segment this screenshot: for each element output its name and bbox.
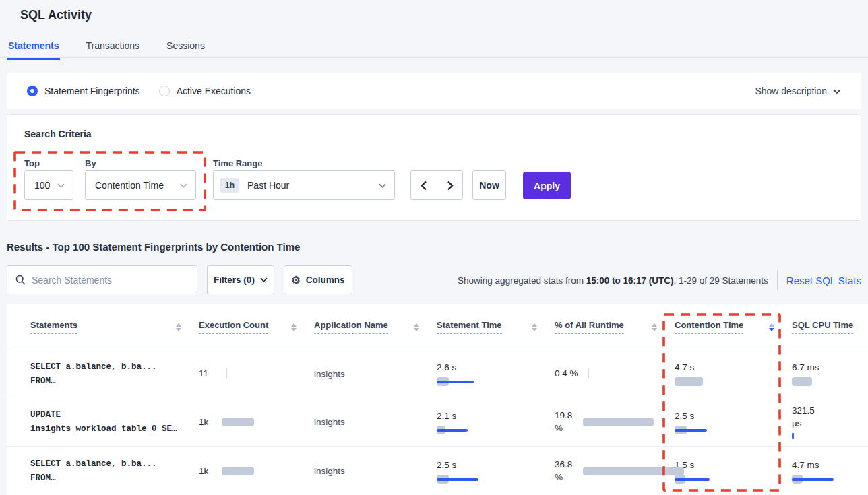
column-header-contention-time[interactable]: Contention Time xyxy=(675,320,792,334)
statement-time-cell: 2.1 s xyxy=(437,409,555,434)
execution-count-cell: 1k xyxy=(199,416,314,428)
radio-statement-fingerprints[interactable]: Statement Fingerprints xyxy=(27,86,140,96)
search-criteria-card: Search Criteria Top By Time Range 100 Co… xyxy=(7,114,861,221)
chevron-down-icon xyxy=(379,183,386,188)
sort-desc-icon xyxy=(532,328,537,331)
execution-count-value: 1k xyxy=(199,465,222,477)
filters-label: Filters (0) xyxy=(214,275,255,285)
bar-line xyxy=(675,478,710,481)
now-button[interactable]: Now xyxy=(472,170,506,200)
search-input[interactable] xyxy=(32,275,189,286)
show-description-toggle[interactable]: Show description xyxy=(755,86,841,96)
by-select[interactable]: Contention Time xyxy=(85,170,196,200)
tab-transactions[interactable]: Transactions xyxy=(84,40,141,60)
bar-chart xyxy=(583,418,654,426)
execution-count-cell: 1k xyxy=(199,465,314,477)
chevron-down-icon xyxy=(57,183,65,188)
bar-mean xyxy=(222,418,254,426)
column-header-statement-time[interactable]: Statement Time xyxy=(437,320,555,334)
chevron-down-icon xyxy=(180,183,187,188)
chevron-down-icon xyxy=(833,89,841,94)
application-name-cell: insights xyxy=(314,465,437,477)
contention-time-cell-value: 4.7 s xyxy=(675,361,694,374)
statement-cell: SELECT a.balance, b.ba... FROM… xyxy=(30,360,199,388)
top-select[interactable]: 100 xyxy=(24,170,73,200)
tiny-bar-tick-blue xyxy=(792,433,794,439)
column-header--of-all-runtime[interactable]: % of All Runtime xyxy=(555,320,675,334)
sort-desc-icon xyxy=(414,328,419,331)
time-range-select[interactable]: 1h Past Hour xyxy=(213,170,395,200)
time-range-label: Time Range xyxy=(213,158,262,168)
column-header-sql-cpu-time[interactable]: SQL CPU Time xyxy=(792,320,868,334)
runtime-cell: 0.4 % xyxy=(555,367,675,380)
statements-table: StatementsExecution CountApplication Nam… xyxy=(7,304,868,495)
sql-cpu-time-cell: 4.7 ms xyxy=(792,459,868,484)
columns-label: Columns xyxy=(306,275,345,285)
contention-time-cell: 2.5 s xyxy=(675,409,792,434)
sort-arrows-icon[interactable] xyxy=(769,323,774,331)
sort-arrows-icon[interactable] xyxy=(532,323,537,331)
bar-chart xyxy=(675,426,707,434)
bar-chart xyxy=(222,467,254,475)
time-step-group xyxy=(410,170,463,200)
results-heading: Results - Top 100 Statement Fingerprints… xyxy=(7,241,300,253)
bar-line xyxy=(675,429,707,432)
statement-time-cell-value: 2.1 s xyxy=(437,409,456,422)
column-header-label: % of All Runtime xyxy=(555,320,624,334)
columns-button[interactable]: ⚙ Columns xyxy=(284,265,352,294)
contention-time-cell: 1.5 s xyxy=(675,459,792,484)
sort-arrows-icon[interactable] xyxy=(291,323,297,331)
view-toggle-group: Statement Fingerprints Active Executions xyxy=(27,86,251,96)
column-header-execution-count[interactable]: Execution Count xyxy=(199,320,314,334)
bar-chart xyxy=(792,475,834,484)
runtime-cell: 36.8 % xyxy=(555,458,675,484)
show-description-label: Show description xyxy=(755,86,827,96)
sort-asc-icon xyxy=(532,323,537,327)
radio-active-executions[interactable]: Active Executions xyxy=(159,86,251,96)
bar-chart xyxy=(437,475,478,484)
filters-button[interactable]: Filters (0) xyxy=(207,265,274,294)
tab-statements[interactable]: Statements xyxy=(7,40,60,60)
application-name-cell: insights xyxy=(314,368,437,380)
sql-cpu-time-cell-value: 4.7 ms xyxy=(792,459,819,471)
statement-search xyxy=(7,265,197,294)
statement-fingerprint-link[interactable]: SELECT a.balance, b.ba... FROM… xyxy=(30,362,157,386)
contention-time-cell-value: 2.5 s xyxy=(675,409,694,422)
radio-selected-icon[interactable] xyxy=(27,86,38,96)
sort-arrows-icon[interactable] xyxy=(414,323,419,331)
sort-arrows-icon[interactable] xyxy=(176,323,181,331)
tab-sessions[interactable]: Sessions xyxy=(165,40,206,60)
radio-unselected-icon[interactable] xyxy=(159,86,170,96)
table-row: SELECT a.balance, b.ba... FROM…11insight… xyxy=(7,350,868,397)
by-label: By xyxy=(85,158,96,168)
chevron-down-icon xyxy=(260,277,268,282)
bar-chart xyxy=(675,377,703,386)
tiny-bar-tick xyxy=(226,368,227,378)
column-header-label: Application Name xyxy=(314,320,388,334)
column-header-application-name[interactable]: Application Name xyxy=(314,320,437,334)
column-header-label: Contention Time xyxy=(675,320,743,334)
sort-desc-icon xyxy=(291,328,297,331)
vertical-divider xyxy=(777,270,778,290)
sort-arrows-icon[interactable] xyxy=(652,323,657,331)
apply-button[interactable]: Apply xyxy=(523,172,571,199)
statement-time-cell: 2.5 s xyxy=(437,459,555,484)
tiny-bar-tick xyxy=(588,368,589,378)
top-label: Top xyxy=(24,158,40,168)
time-prev-button[interactable] xyxy=(411,171,437,199)
sort-desc-icon xyxy=(769,328,774,331)
table-header-row: StatementsExecution CountApplication Nam… xyxy=(7,304,868,350)
bar-mean xyxy=(222,467,254,475)
bar-chart xyxy=(792,377,812,386)
statement-cell: UPDATE insights_workload_table_0 SE… xyxy=(30,407,199,436)
table-row: UPDATE insights_workload_table_0 SE…1kin… xyxy=(7,397,868,447)
application-name-value: insights xyxy=(314,417,345,427)
column-header-statements[interactable]: Statements xyxy=(30,320,199,334)
reset-sql-stats-link[interactable]: Reset SQL Stats xyxy=(786,275,861,286)
statement-fingerprint-link[interactable]: SELECT a.balance, b.ba... FROM… xyxy=(30,459,157,483)
statement-fingerprint-link[interactable]: UPDATE insights_workload_table_0 SE… xyxy=(30,410,177,434)
sort-asc-icon xyxy=(652,323,657,327)
runtime-cell: 19.8 % xyxy=(555,409,675,434)
sql-cpu-time-cell: 6.7 ms xyxy=(792,361,868,386)
time-next-button[interactable] xyxy=(437,171,462,199)
